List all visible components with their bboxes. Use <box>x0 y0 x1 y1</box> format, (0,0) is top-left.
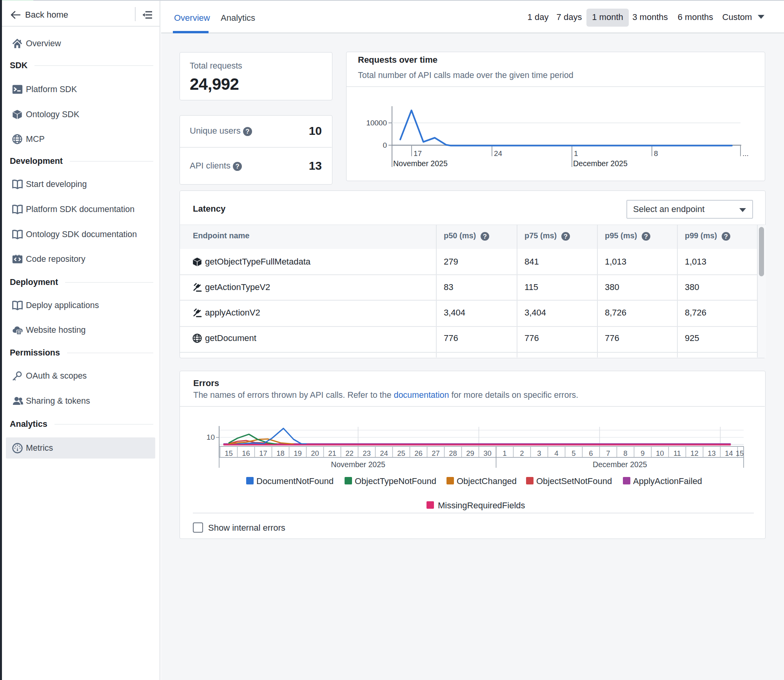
svg-text:12: 12 <box>690 449 699 457</box>
svg-text:...: ... <box>742 149 749 158</box>
svg-text:16: 16 <box>242 449 250 457</box>
svg-text:13: 13 <box>708 449 716 457</box>
svg-text:9: 9 <box>641 449 644 457</box>
svg-text:25: 25 <box>397 449 405 457</box>
svg-text:6: 6 <box>589 449 593 457</box>
svg-text:17: 17 <box>414 149 422 158</box>
svg-text:23: 23 <box>363 449 371 457</box>
svg-text:7: 7 <box>606 449 610 457</box>
svg-text:30: 30 <box>483 449 492 457</box>
svg-text:10: 10 <box>656 449 664 457</box>
svg-text:8: 8 <box>654 149 658 158</box>
svg-text:0: 0 <box>383 141 387 149</box>
svg-text:10000: 10000 <box>366 119 387 127</box>
svg-text:29: 29 <box>466 449 474 457</box>
svg-text:15: 15 <box>225 449 233 457</box>
svg-text:November 2025: November 2025 <box>331 460 385 469</box>
svg-text:22: 22 <box>345 449 354 457</box>
svg-text:4: 4 <box>554 449 558 457</box>
svg-text:24: 24 <box>494 149 503 158</box>
svg-text:December 2025: December 2025 <box>573 159 628 168</box>
svg-text:27: 27 <box>432 449 440 457</box>
svg-text:18: 18 <box>276 449 285 457</box>
svg-text:19: 19 <box>294 449 302 457</box>
svg-text:28: 28 <box>449 449 457 457</box>
svg-text:20: 20 <box>311 449 319 457</box>
svg-text:5: 5 <box>572 449 575 457</box>
svg-text:8: 8 <box>623 449 627 457</box>
svg-text:17: 17 <box>259 449 267 457</box>
svg-text:14: 14 <box>725 449 733 457</box>
svg-text:11: 11 <box>673 449 681 457</box>
svg-text:24: 24 <box>380 449 388 457</box>
svg-text:10: 10 <box>207 433 215 441</box>
svg-text:26: 26 <box>414 449 423 457</box>
svg-text:December 2025: December 2025 <box>593 460 647 469</box>
svg-text:15: 15 <box>736 449 744 457</box>
svg-text:3: 3 <box>537 449 541 457</box>
svg-text:1: 1 <box>574 149 578 158</box>
svg-text:2: 2 <box>520 449 524 457</box>
svg-text:November 2025: November 2025 <box>393 159 448 168</box>
svg-text:1: 1 <box>503 449 506 457</box>
svg-text:21: 21 <box>328 449 336 457</box>
